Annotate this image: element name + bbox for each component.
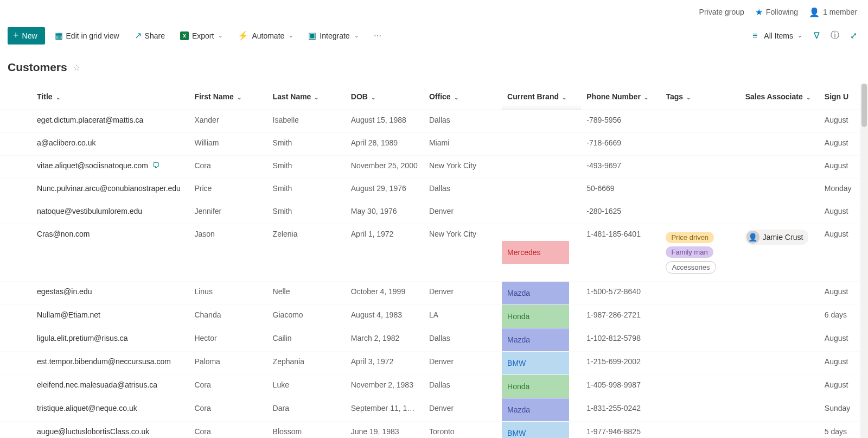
share-button[interactable]: ↗ Share	[129, 27, 170, 45]
table-row[interactable]: natoque@vestibulumlorem.eduJenniferSmith…	[0, 201, 868, 224]
cell-title[interactable]: eleifend.nec.malesuada@atrisus.ca	[31, 374, 189, 398]
more-button[interactable]: ⋯	[368, 27, 387, 45]
col-first-name-header[interactable]: First Name⌄	[189, 84, 267, 110]
edit-grid-button[interactable]: ▦ Edit in grid view	[49, 27, 125, 45]
table-row[interactable]: augue@luctuslobortisClass.co.ukCoraBloss…	[0, 421, 868, 438]
cell-tags	[660, 155, 739, 178]
automate-icon: ⚡	[238, 30, 248, 41]
cell-current-brand: Honda	[502, 374, 581, 398]
table-row[interactable]: a@aclibero.co.ukWilliamSmithApril 28, 19…	[0, 132, 868, 155]
table-row[interactable]: vitae.aliquet@sociisnatoque.com🗨CoraSmit…	[0, 155, 868, 178]
cell-office: Toronto	[424, 421, 502, 438]
cell-dob: April 3, 1972	[346, 351, 424, 374]
cell-dob: August 4, 1983	[346, 304, 424, 328]
chevron-down-icon: ⌄	[806, 94, 810, 100]
cell-first-name: Cora	[189, 398, 267, 421]
cell-current-brand: BMW	[502, 421, 581, 438]
cell-dob: August 15, 1988	[346, 110, 424, 132]
cell-title[interactable]: est.tempor.bibendum@neccursusa.com	[31, 351, 189, 374]
cell-title[interactable]: a@aclibero.co.uk	[31, 132, 189, 155]
cell-current-brand	[502, 110, 581, 132]
cell-title[interactable]: natoque@vestibulumlorem.edu	[31, 201, 189, 224]
table-row[interactable]: egestas@in.eduLinusNelleOctober 4, 1999D…	[0, 281, 868, 304]
automate-button[interactable]: ⚡ Automate ⌄	[232, 27, 298, 45]
cell-office: Dallas	[424, 374, 502, 398]
col-title-header[interactable]: Title⌄	[31, 84, 189, 110]
following-link[interactable]: ★ Following	[755, 7, 798, 17]
cell-tags	[660, 421, 739, 438]
chevron-down-icon: ⌄	[354, 33, 359, 39]
cell-tags	[660, 304, 739, 328]
cell-title[interactable]: augue@luctuslobortisClass.co.uk	[31, 421, 189, 438]
cell-first-name: Paloma	[189, 351, 267, 374]
brand-pill: Honda	[502, 375, 569, 398]
favorite-star-icon[interactable]: ☆	[73, 62, 80, 73]
cell-sales-associate	[740, 328, 819, 351]
table-row[interactable]: ligula.elit.pretium@risus.caHectorCailin…	[0, 328, 868, 351]
edit-grid-label: Edit in grid view	[66, 31, 119, 40]
view-selector[interactable]: ≡ All Items ⌄	[745, 27, 806, 45]
cell-title[interactable]: ligula.elit.pretium@risus.ca	[31, 328, 189, 351]
person-pill[interactable]: 👤Jamie Crust	[745, 230, 809, 245]
export-button[interactable]: x Export ⌄	[175, 27, 228, 45]
cell-tags	[660, 351, 739, 374]
cell-tags: Price drivenFamily manAccessories	[660, 224, 739, 281]
cell-title[interactable]: tristique.aliquet@neque.co.uk	[31, 398, 189, 421]
cell-title[interactable]: egestas@in.edu	[31, 281, 189, 304]
new-label: New	[22, 31, 37, 40]
table-row[interactable]: eget.dictum.placerat@mattis.caXanderIsab…	[0, 110, 868, 132]
comment-icon[interactable]: 🗨	[152, 161, 160, 170]
cell-title[interactable]: vitae.aliquet@sociisnatoque.com🗨	[31, 155, 189, 178]
cell-title[interactable]: eget.dictum.placerat@mattis.ca	[31, 110, 189, 132]
cell-first-name: Cora	[189, 421, 267, 438]
scrollbar-thumb[interactable]	[861, 84, 867, 127]
vertical-scrollbar[interactable]	[860, 84, 868, 438]
cell-sales-associate	[740, 201, 819, 224]
col-dob-header[interactable]: DOB⌄	[346, 84, 424, 110]
cell-phone: -280-1625	[581, 201, 660, 224]
cell-sales-associate	[740, 398, 819, 421]
info-icon[interactable]: ⓘ	[827, 30, 843, 41]
cell-title[interactable]: Cras@non.com	[31, 224, 189, 281]
col-current-brand-header[interactable]: Current Brand⌄ A to Z Z to A Filter by G…	[502, 84, 581, 110]
person-name: Jamie Crust	[763, 233, 803, 242]
chevron-down-icon: ⌄	[454, 94, 458, 100]
cell-last-name: Giacomo	[267, 304, 346, 328]
cell-tags	[660, 398, 739, 421]
members-link[interactable]: 👤 1 member	[809, 7, 857, 17]
table-row[interactable]: Nullam@Etiam.netChandaGiacomoAugust 4, 1…	[0, 304, 868, 328]
cell-title[interactable]: Nullam@Etiam.net	[31, 304, 189, 328]
cell-office: LA	[424, 304, 502, 328]
table-row[interactable]: Nunc.pulvinar.arcu@conubianostraper.eduP…	[0, 178, 868, 201]
tag: Accessories	[666, 261, 716, 274]
cell-first-name: Xander	[189, 110, 267, 132]
cell-sales-associate: 👤Jamie Crust	[740, 224, 819, 281]
person-icon: 👤	[809, 7, 820, 17]
cell-phone: 1-215-699-2002	[581, 351, 660, 374]
expand-icon[interactable]: ⤢	[847, 30, 860, 41]
integrate-button[interactable]: ▣ Integrate ⌄	[303, 27, 363, 45]
cell-office: Dallas	[424, 178, 502, 201]
table-row[interactable]: est.tempor.bibendum@neccursusa.comPaloma…	[0, 351, 868, 374]
tag: Family man	[666, 246, 713, 258]
col-phone-header[interactable]: Phone Number⌄	[581, 84, 660, 110]
select-all-header[interactable]	[0, 84, 31, 110]
cell-first-name: Cora	[189, 374, 267, 398]
cell-title[interactable]: Nunc.pulvinar.arcu@conubianostraper.edu	[31, 178, 189, 201]
table-scroll-wrap[interactable]: Title⌄ First Name⌄ Last Name⌄ DOB⌄ Offic…	[0, 84, 868, 438]
table-row[interactable]: tristique.aliquet@neque.co.ukCoraDaraSep…	[0, 398, 868, 421]
new-button[interactable]: + New	[8, 27, 45, 45]
chevron-down-icon: ⌄	[371, 94, 375, 100]
table-row[interactable]: eleifend.nec.malesuada@atrisus.caCoraLuk…	[0, 374, 868, 398]
cell-last-name: Smith	[267, 201, 346, 224]
col-last-name-header[interactable]: Last Name⌄	[267, 84, 346, 110]
table-row[interactable]: Cras@non.comJasonZeleniaApril 1, 1972New…	[0, 224, 868, 281]
integrate-icon: ▣	[308, 30, 316, 41]
filter-icon[interactable]: ∇	[810, 30, 823, 41]
col-sales-assoc-header[interactable]: Sales Associate⌄	[740, 84, 819, 110]
col-tags-header[interactable]: Tags⌄	[660, 84, 739, 110]
cell-last-name: Cailin	[267, 328, 346, 351]
cell-office: Denver	[424, 201, 502, 224]
col-office-header[interactable]: Office⌄	[424, 84, 502, 110]
cell-sales-associate	[740, 304, 819, 328]
